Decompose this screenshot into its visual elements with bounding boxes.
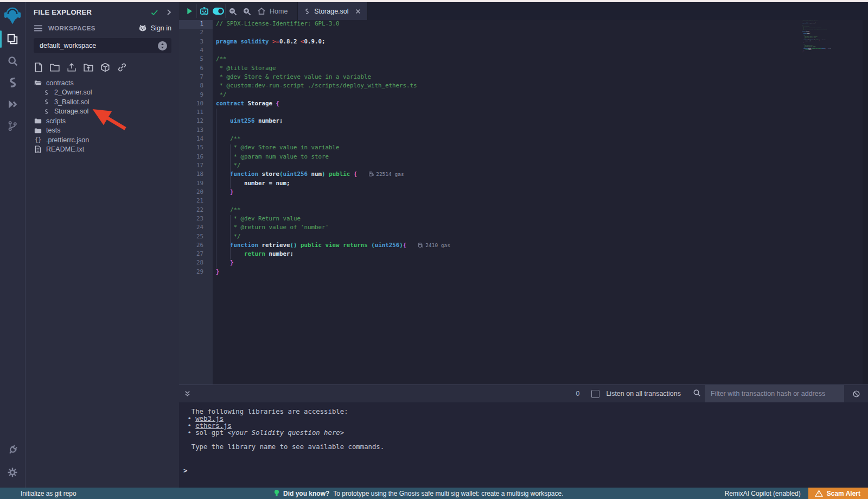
line-number: 26 — [179, 242, 213, 250]
line-number: 9 — [179, 91, 213, 100]
code-line-6: * @title Storage — [216, 65, 868, 73]
line-number: 18 — [179, 170, 213, 179]
file-explorer-icon — [7, 33, 18, 45]
sidebar-item-plugin-manager[interactable] — [0, 438, 25, 462]
gas-estimate: 22514 gas — [821, 40, 825, 40]
sidebar-item-file-explorer[interactable] — [0, 28, 25, 50]
tree-item-label: contracts — [46, 79, 74, 87]
terminal-prompt[interactable]: > — [183, 467, 868, 475]
solidity-icon — [42, 98, 50, 105]
upload-file-icon[interactable] — [67, 62, 76, 72]
line-number: 6 — [179, 65, 213, 73]
terminal-line: • web3.js — [183, 415, 868, 422]
workspace-sort-icon[interactable] — [158, 41, 167, 50]
hamburger-menu-icon[interactable] — [34, 24, 43, 32]
sidebar-item-settings[interactable] — [0, 462, 25, 483]
minimap[interactable]: // SPDX-License-Identifier: GPL-3.0pragm… — [787, 20, 863, 384]
listen-checkbox[interactable] — [591, 390, 599, 398]
solidity-icon — [42, 108, 50, 115]
code-editor[interactable]: 1234567891011121314151617181920212223242… — [179, 20, 868, 384]
cube-icon[interactable] — [100, 62, 110, 72]
code-line-11 — [216, 109, 868, 117]
search-icon — [7, 55, 18, 67]
tree-item-scripts[interactable]: scripts — [25, 116, 179, 126]
folder-icon — [34, 127, 42, 134]
sidebar-item-git[interactable] — [0, 115, 25, 137]
tree-item-readme-txt[interactable]: README.txt — [25, 145, 179, 155]
zoom-out-icon — [228, 7, 237, 16]
workspace-name: default_workspace — [40, 42, 96, 49]
remixai-button[interactable] — [197, 2, 211, 20]
tree-item-contracts[interactable]: contracts — [25, 78, 179, 88]
line-number: 20 — [179, 188, 213, 197]
zoom-in-button[interactable] — [240, 2, 254, 20]
copilot-toggle[interactable] — [211, 2, 225, 20]
run-script-button[interactable] — [182, 2, 196, 20]
code-line-29: } — [802, 52, 863, 53]
tab-storage-sol[interactable]: Storage.sol — [297, 2, 367, 20]
tree-item--prettierrc-json[interactable]: {}.prettierrc.json — [25, 135, 179, 145]
tree-item-tests[interactable]: tests — [25, 126, 179, 136]
workspace-select[interactable]: default_workspace — [34, 38, 171, 53]
terminal[interactable]: The following libraries are accessible: … — [179, 402, 868, 488]
terminal-search-icon[interactable] — [693, 389, 701, 399]
folder-open-icon — [34, 79, 42, 86]
close-icon[interactable] — [355, 9, 361, 14]
upload-folder-icon[interactable] — [84, 62, 93, 72]
terminal-collapse-button[interactable] — [179, 390, 195, 397]
line-number: 28 — [179, 259, 213, 268]
git-init-button[interactable]: Initialize as git repo — [0, 490, 76, 497]
home-tab[interactable]: Home — [254, 7, 294, 15]
tree-item-storage-sol[interactable]: Storage.sol — [25, 107, 179, 117]
line-number: 2 — [179, 29, 213, 37]
link-icon[interactable] — [117, 62, 127, 72]
line-number: 15 — [179, 144, 213, 153]
line-number: 7 — [179, 73, 213, 82]
transaction-filter-input[interactable] — [705, 385, 844, 403]
code-line-5: /** — [216, 55, 868, 64]
double-chevron-down-icon — [184, 390, 191, 397]
sidebar-item-solidity-compiler[interactable] — [0, 72, 25, 93]
code-line-4 — [216, 47, 868, 55]
listen-label: Listen on all transactions — [606, 390, 681, 397]
solidity-compiler-icon — [7, 77, 18, 89]
scam-alert-button[interactable]: Scam Alert — [808, 488, 868, 499]
line-number: 19 — [179, 180, 213, 188]
code-line-8: * @custom:dev-run-script ./scripts/deplo… — [216, 82, 868, 91]
zoom-out-button[interactable] — [226, 2, 240, 20]
clear-console-icon[interactable] — [844, 390, 868, 398]
panel-title: FILE EXPLORER — [34, 8, 150, 16]
code-line-29: } — [216, 268, 868, 277]
line-number: 8 — [179, 82, 213, 91]
line-number: 22 — [179, 206, 213, 215]
play-icon — [186, 7, 194, 15]
file-icon — [34, 146, 42, 153]
line-number: 4 — [179, 47, 213, 55]
terminal-link[interactable]: web3.js — [195, 415, 224, 422]
file-tree: contracts2_Owner.sol3_Ballot.solStorage.… — [25, 77, 179, 154]
new-folder-icon[interactable] — [50, 62, 60, 72]
line-number: 25 — [179, 233, 213, 242]
line-number: 14 — [179, 135, 213, 144]
editor-tabbar: Home Storage.sol — [179, 2, 868, 20]
line-number: 23 — [179, 215, 213, 224]
copilot-status[interactable]: RemixAI Copilot (enabled) — [725, 490, 801, 497]
new-file-icon[interactable] — [34, 62, 43, 72]
line-number: 12 — [179, 117, 213, 126]
sign-in-button[interactable]: Sign in — [138, 24, 171, 32]
line-number: 10 — [179, 100, 213, 109]
sidebar-item-deploy-run[interactable] — [0, 93, 25, 115]
tree-item-3-ballot-sol[interactable]: 3_Ballot.sol — [25, 97, 179, 107]
home-icon — [257, 7, 266, 15]
code-line-20: } — [216, 188, 868, 197]
sidebar-item-search[interactable] — [0, 50, 25, 72]
activity-bar — [0, 2, 25, 488]
terminal-link[interactable]: ethers.js — [195, 422, 232, 429]
chevron-right-icon[interactable] — [167, 9, 171, 16]
tree-item-label: .prettierrc.json — [46, 136, 89, 144]
workspaces-label: WORKSPACES — [48, 25, 138, 31]
tree-item-2-owner-sol[interactable]: 2_Owner.sol — [25, 88, 179, 98]
lightbulb-icon — [274, 489, 279, 497]
code-line-2 — [216, 29, 868, 37]
toggle-on-icon — [212, 7, 225, 16]
